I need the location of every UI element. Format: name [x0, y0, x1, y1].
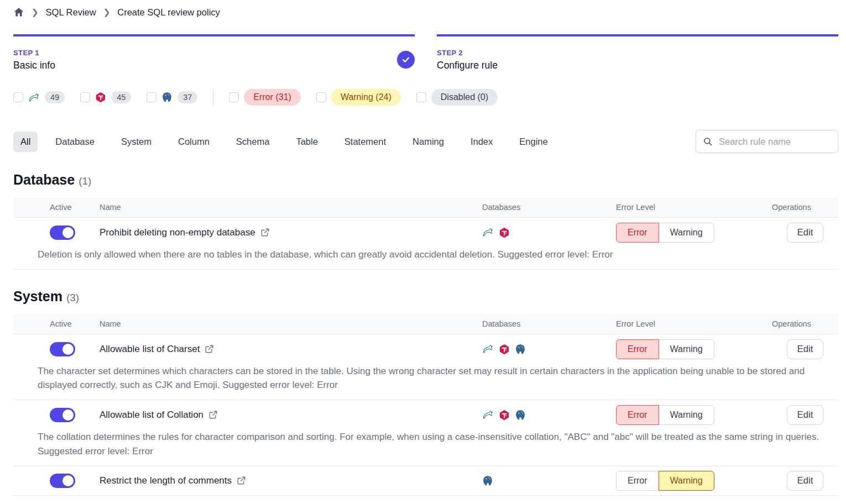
tab-naming[interactable]: Naming [404, 132, 453, 152]
postgres-icon [515, 410, 526, 421]
engine-filter: 45 [80, 91, 131, 103]
external-link-icon [260, 228, 270, 237]
column-header-error-level: Error Level [616, 319, 772, 328]
postgres-icon [515, 344, 526, 355]
rule-name-link[interactable]: Allowable list of Collation [100, 410, 482, 421]
level-filter-pill[interactable]: Disabled (0) [431, 89, 498, 106]
databases-cell [482, 409, 616, 421]
active-cell [50, 474, 100, 488]
operations-cell: Edit [772, 405, 838, 425]
step-1-label: STEP 1 [13, 49, 415, 57]
error-level-toggle-group: ErrorWarning [616, 405, 772, 425]
breadcrumb-sql-review[interactable]: SQL Review [46, 7, 96, 18]
error-level-cell: ErrorWarning [616, 405, 772, 425]
rule-name: Allowable list of Charset [100, 344, 200, 355]
level-option-error[interactable]: Error [616, 339, 659, 359]
rule-row: Allowable list of CharsetErrorWarningEdi… [13, 334, 838, 364]
search-input[interactable] [718, 136, 842, 148]
error-level-cell: ErrorWarning [616, 223, 772, 243]
category-tabs: AllDatabaseSystemColumnSchemaTableStatem… [13, 132, 557, 152]
section-rule-count: (1) [79, 175, 91, 187]
rule-name: Restrict the length of comments [100, 475, 232, 486]
home-icon[interactable] [13, 7, 24, 18]
level-option-warning[interactable]: Warning [659, 223, 714, 243]
section-title-text: System [13, 288, 62, 304]
section-rule-count: (3) [66, 292, 79, 303]
step-2-title: Configure rule [437, 60, 838, 71]
tab-statement[interactable]: Statement [336, 132, 395, 152]
external-link-icon [208, 410, 218, 419]
tabs-row: AllDatabaseSystemColumnSchemaTableStatem… [13, 130, 838, 153]
section-title-text: Database [13, 172, 75, 187]
tab-database[interactable]: Database [46, 132, 103, 152]
step-2: STEP 2 Configure rule [437, 34, 838, 71]
edit-button[interactable]: Edit [787, 223, 823, 243]
search-icon [703, 136, 713, 146]
level-filter-checkbox[interactable] [229, 92, 239, 102]
level-filter-pill[interactable]: Warning (24) [331, 89, 401, 106]
level-option-error[interactable]: Error [616, 405, 659, 425]
level-filter-warning: Warning (24) [316, 89, 401, 106]
engine-filter-checkbox[interactable] [147, 92, 156, 102]
error-level-cell: ErrorWarning [616, 471, 772, 491]
tab-index[interactable]: Index [462, 132, 502, 152]
tab-all[interactable]: All [13, 132, 38, 152]
tab-column[interactable]: Column [169, 132, 218, 152]
error-level-toggle-group: ErrorWarning [616, 471, 772, 491]
section-title: System(3) [13, 288, 838, 305]
level-option-warning[interactable]: Warning [659, 405, 714, 425]
column-header-active: Active [50, 203, 100, 212]
engine-filter-checkbox[interactable] [13, 92, 23, 102]
step-1: STEP 1 Basic info [13, 34, 415, 71]
edit-button[interactable]: Edit [787, 405, 823, 425]
rule-active-toggle[interactable] [50, 225, 75, 240]
column-header-active: Active [50, 319, 100, 328]
mysql-icon [28, 92, 40, 103]
mysql-icon [482, 343, 494, 355]
rule-name-link[interactable]: Allowable list of Charset [100, 344, 482, 355]
tidb-icon [95, 92, 106, 103]
column-header-error-level: Error Level [616, 203, 772, 212]
table-header-row: ActiveNameDatabasesError LevelOperations [13, 314, 838, 334]
error-level-toggle-group: ErrorWarning [616, 223, 772, 243]
level-filter-pill[interactable]: Error (31) [244, 89, 300, 106]
rule-table: ActiveNameDatabasesError LevelOperations… [13, 314, 838, 496]
rule-row: Allowable list of CollationErrorWarningE… [13, 400, 838, 429]
level-option-error[interactable]: Error [616, 223, 659, 243]
chevron-right-icon: ❯ [103, 7, 111, 17]
tab-schema[interactable]: Schema [227, 132, 279, 152]
engine-rule-count: 37 [177, 91, 197, 103]
rule-active-toggle[interactable] [50, 408, 75, 422]
level-filter-checkbox[interactable] [316, 92, 326, 102]
rule-row: Prohibit deleting non-empty databaseErro… [13, 218, 838, 247]
rule-table: ActiveNameDatabasesError LevelOperations… [13, 197, 838, 270]
level-option-warning[interactable]: Warning [659, 339, 714, 359]
rule-name-link[interactable]: Prohibit deleting non-empty database [100, 227, 482, 238]
engine-rule-count: 49 [45, 91, 65, 103]
active-cell [50, 408, 100, 422]
step-1-title: Basic info [13, 60, 415, 71]
edit-button[interactable]: Edit [787, 471, 823, 491]
edit-button[interactable]: Edit [787, 339, 823, 359]
rule-active-toggle[interactable] [50, 342, 75, 356]
engine-filter: 37 [147, 91, 197, 103]
tab-table[interactable]: Table [287, 132, 326, 152]
level-filter-checkbox[interactable] [416, 92, 426, 102]
level-filter-disabled: Disabled (0) [416, 89, 498, 106]
tab-system[interactable]: System [112, 132, 160, 152]
tidb-icon [499, 227, 510, 238]
step-indicator: STEP 1 Basic info STEP 2 Configure rule [13, 34, 838, 71]
level-option-warning[interactable]: Warning [659, 471, 714, 491]
engine-filter-checkbox[interactable] [80, 92, 90, 102]
error-level-cell: ErrorWarning [616, 339, 772, 359]
tidb-icon [499, 410, 510, 421]
breadcrumb-current: Create SQL review policy [117, 7, 220, 18]
rule-name-link[interactable]: Restrict the length of comments [100, 475, 482, 486]
level-option-error[interactable]: Error [616, 471, 659, 491]
rule-active-toggle[interactable] [50, 474, 75, 488]
rule-description: The collation determines the rules for c… [13, 429, 838, 466]
filter-bar: 494537 Error (31)Warning (24)Disabled (0… [13, 89, 838, 106]
databases-cell [482, 343, 616, 355]
chevron-right-icon: ❯ [32, 7, 39, 17]
tab-engine[interactable]: Engine [510, 132, 556, 152]
